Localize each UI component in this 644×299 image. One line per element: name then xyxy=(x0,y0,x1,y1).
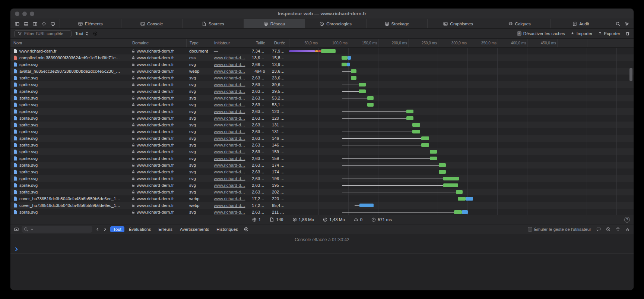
table-row[interactable]: sprite.svgwww.richard-dern.frsvgwww.rich… xyxy=(10,209,634,215)
resource-initiator[interactable]: www.richard-d… xyxy=(214,190,245,194)
console-scope-évaluations[interactable]: Évaluations xyxy=(126,226,154,232)
table-row[interactable]: sprite.svgwww.richard-dern.frsvgwww.rich… xyxy=(10,169,634,175)
console-search-input[interactable] xyxy=(36,227,90,232)
resource-initiator[interactable]: www.richard-d… xyxy=(214,163,245,167)
console-scope-tout[interactable]: Tout xyxy=(110,226,124,232)
console-scope-erreurs[interactable]: Erreurs xyxy=(155,226,175,232)
console-scope-historiques[interactable]: Historiques xyxy=(213,226,241,232)
tab-storage[interactable]: Stockage xyxy=(366,19,428,28)
resource-initiator[interactable]: www.richard-d… xyxy=(214,89,245,94)
resource-initiator[interactable]: www.richard-d… xyxy=(214,170,245,174)
tab-timelines[interactable]: Chronologies xyxy=(305,19,366,28)
search-icon[interactable] xyxy=(616,22,620,26)
tab-graphics[interactable]: Graphismes xyxy=(427,19,489,28)
resource-initiator[interactable]: www.richard-d… xyxy=(214,129,245,134)
chevron-left-icon[interactable] xyxy=(95,227,100,232)
resource-initiator[interactable]: www.richard-d… xyxy=(214,123,245,127)
console-mode-icon[interactable] xyxy=(14,227,19,232)
table-row[interactable]: compiled.min.38390909f303624ed9e1cf1bd3f… xyxy=(10,54,634,61)
resource-initiator[interactable]: www.richard-d… xyxy=(214,150,245,154)
table-row[interactable]: sprite.svgwww.richard-dern.frsvgwww.rich… xyxy=(10,81,634,88)
table-row[interactable]: sprite.svgwww.richard-dern.frsvgwww.rich… xyxy=(10,135,634,142)
disable-caches-toggle[interactable]: ✓ Désactiver les caches xyxy=(517,31,565,36)
tab-network[interactable]: Réseau xyxy=(244,19,305,28)
clear-console-icon[interactable] xyxy=(606,227,610,232)
column-header-taille[interactable]: Taille xyxy=(249,39,269,47)
url-filter-input[interactable] xyxy=(24,31,68,36)
table-row[interactable]: sprite.svgwww.richard-dern.frsvgwww.rich… xyxy=(10,142,634,148)
tab-sources[interactable]: Sources xyxy=(182,19,244,28)
column-header-domaine[interactable]: Domaine xyxy=(129,39,186,47)
titlebar[interactable]: Inspecteur web — www.richard-dern.fr xyxy=(10,9,634,19)
resource-initiator[interactable]: www.richard-d… xyxy=(214,203,245,208)
import-button[interactable]: Importer xyxy=(570,31,593,36)
resource-initiator[interactable]: www.richard-d… xyxy=(214,82,245,87)
table-row[interactable]: sprite.svgwww.richard-dern.frsvgwww.rich… xyxy=(10,155,634,162)
tab-audit[interactable]: Audit xyxy=(550,19,612,28)
column-header-nom[interactable]: Nom xyxy=(10,39,129,47)
console-trash-icon[interactable] xyxy=(616,227,620,232)
resource-initiator[interactable]: www.richard-d… xyxy=(214,62,245,67)
chevron-right-icon[interactable] xyxy=(103,227,107,232)
resource-initiator[interactable]: www.richard-d… xyxy=(214,176,245,181)
table-row[interactable]: www.richard-dern.frwww.richard-dern.frdo… xyxy=(10,48,634,54)
dock-left-icon[interactable] xyxy=(15,22,19,26)
emulate-gesture-toggle[interactable]: Émuler le geste de l'utilisateur xyxy=(528,227,591,232)
table-row[interactable]: cover_hu736519dc3b5040cfa48b6b559b6de6ec… xyxy=(10,202,634,209)
resource-initiator[interactable]: www.richard-d… xyxy=(214,136,245,141)
resource-initiator[interactable]: www.richard-d… xyxy=(214,69,245,73)
table-row[interactable]: sprite.svgwww.richard-dern.frsvgwww.rich… xyxy=(10,61,634,68)
column-header-duree[interactable]: Durée xyxy=(269,39,289,47)
tab-elements[interactable]: Éléments xyxy=(60,19,121,28)
console-prompt[interactable] xyxy=(10,245,634,254)
table-row[interactable]: sprite.svgwww.richard-dern.frsvgwww.rich… xyxy=(10,88,634,95)
table-row[interactable]: sprite.svgwww.richard-dern.frsvgwww.rich… xyxy=(10,162,634,169)
table-row[interactable]: sprite.svgwww.richard-dern.frsvgwww.rich… xyxy=(10,115,634,122)
table-row[interactable]: sprite.svgwww.richard-dern.frsvgwww.rich… xyxy=(10,182,634,189)
console-scope-avertissements[interactable]: Avertissements xyxy=(177,226,212,232)
minimize-button[interactable] xyxy=(22,12,27,16)
filter-options-icon[interactable] xyxy=(93,31,98,36)
inspect-element-icon[interactable] xyxy=(42,22,46,26)
gear-icon[interactable] xyxy=(625,22,629,26)
zoom-button[interactable] xyxy=(30,12,34,16)
table-row[interactable]: sprite.svgwww.richard-dern.frsvgwww.rich… xyxy=(10,108,634,115)
console-filter-icon[interactable] xyxy=(244,227,248,232)
table-row[interactable]: sprite.svgwww.richard-dern.frsvgwww.rich… xyxy=(10,101,634,108)
tab-layers[interactable]: Calques xyxy=(489,19,550,28)
close-button[interactable] xyxy=(15,12,19,16)
table-row[interactable]: sprite.svgwww.richard-dern.frsvgwww.rich… xyxy=(10,189,634,195)
tab-console[interactable]: Console xyxy=(121,19,183,28)
table-row[interactable]: sprite.svgwww.richard-dern.frsvgwww.rich… xyxy=(10,128,634,135)
resource-initiator[interactable]: www.richard-d… xyxy=(214,56,245,60)
table-row[interactable]: sprite.svgwww.richard-dern.frsvgwww.rich… xyxy=(10,95,634,101)
export-button[interactable]: Exporter xyxy=(598,31,620,36)
column-header-type[interactable]: Type xyxy=(186,39,211,47)
table-row[interactable]: sprite.svgwww.richard-dern.frsvgwww.rich… xyxy=(10,175,634,182)
resource-initiator[interactable]: www.richard-d… xyxy=(214,116,245,120)
table-row[interactable]: cover_hu736519dc3b5040cfa48b6b559b6de6ec… xyxy=(10,195,634,202)
console-search-field[interactable] xyxy=(22,226,92,233)
resource-initiator[interactable]: www.richard-d… xyxy=(214,196,245,201)
resource-initiator[interactable]: www.richard-d… xyxy=(214,210,245,214)
resource-initiator[interactable]: www.richard-d… xyxy=(214,76,245,80)
table-row[interactable]: avatar_hu85ecc3e298728880b0bde2dcc4e5c23… xyxy=(10,68,634,75)
dock-right-icon[interactable] xyxy=(33,22,37,26)
disable-caches-checkbox[interactable]: ✓ xyxy=(517,31,521,36)
console-bubble-icon[interactable] xyxy=(596,227,601,232)
expand-console-icon[interactable] xyxy=(625,227,630,232)
resource-type-dropdown[interactable]: Tout xyxy=(75,31,89,36)
table-row[interactable]: sprite.svgwww.richard-dern.frsvgwww.rich… xyxy=(10,75,634,81)
resource-initiator[interactable]: www.richard-d… xyxy=(214,96,245,100)
url-filter[interactable] xyxy=(14,30,72,37)
column-header-initiateur[interactable]: Initiateur xyxy=(211,39,249,47)
table-row[interactable]: sprite.svgwww.richard-dern.frsvgwww.rich… xyxy=(10,122,634,128)
table-row[interactable]: sprite.svgwww.richard-dern.frsvgwww.rich… xyxy=(10,148,634,155)
resource-initiator[interactable]: www.richard-d… xyxy=(214,143,245,147)
emulate-gesture-checkbox[interactable] xyxy=(528,227,532,232)
resource-initiator[interactable]: www.richard-d… xyxy=(214,156,245,161)
clear-network-trash-icon[interactable] xyxy=(625,31,630,36)
dock-bottom-icon[interactable] xyxy=(24,22,28,26)
scrollbar-thumb[interactable] xyxy=(629,68,632,81)
resource-initiator[interactable]: www.richard-d… xyxy=(214,103,245,107)
